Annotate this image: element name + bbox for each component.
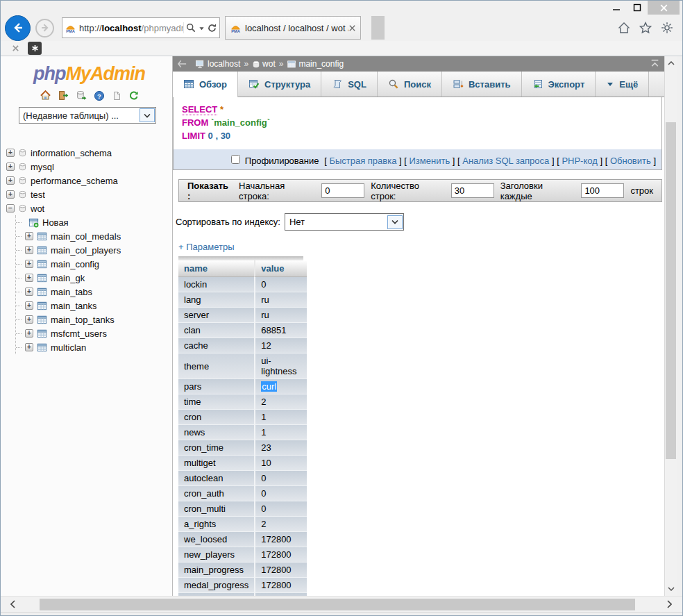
value-cell[interactable]: 23	[254, 440, 307, 456]
expand-icon[interactable]: +	[25, 288, 33, 296]
value-cell[interactable]: curl	[254, 379, 307, 394]
value-cell[interactable]: 1	[254, 410, 307, 425]
expand-icon[interactable]: +	[25, 246, 33, 254]
column-header-value[interactable]: value	[254, 260, 307, 277]
scroll-up-icon[interactable]	[665, 58, 677, 69]
query-link[interactable]: Изменить	[410, 156, 450, 166]
expand-icon[interactable]: +	[25, 301, 33, 310]
settings-gear-icon[interactable]	[660, 21, 674, 35]
vertical-scrollbar-thumb[interactable]	[666, 122, 676, 459]
sidebar-item-main_top_tanks[interactable]: +main_top_tanks	[16, 313, 172, 326]
collapse-panel-icon[interactable]	[650, 58, 660, 69]
expand-icon[interactable]: +	[25, 315, 33, 324]
tab-structure[interactable]: Структура	[238, 72, 321, 97]
value-cell[interactable]: ui-lightness	[254, 353, 307, 379]
value-cell[interactable]: 0	[254, 501, 307, 517]
row-count-input[interactable]	[451, 183, 494, 198]
home-button-icon[interactable]	[617, 21, 631, 35]
extension-button[interactable]	[28, 42, 42, 55]
value-cell[interactable]: 172800	[254, 578, 307, 593]
sidebar-item-new[interactable]: Новая	[16, 215, 172, 229]
value-cell[interactable]: 0	[254, 486, 307, 501]
maximize-button[interactable]	[627, 1, 648, 15]
expand-icon[interactable]: +	[6, 149, 15, 157]
forward-button[interactable]	[35, 19, 54, 38]
docs-icon[interactable]	[111, 90, 122, 101]
sidebar-item-main_config[interactable]: +main_config	[16, 257, 172, 271]
tab-more[interactable]: Ещё	[596, 72, 649, 97]
query-link[interactable]: Обновить	[610, 156, 651, 166]
expand-icon[interactable]: +	[25, 329, 33, 338]
value-cell[interactable]: 172800	[254, 547, 307, 563]
browser-tab[interactable]: PMA localhost / localhost / wot /...	[225, 16, 361, 40]
new-tab-button[interactable]	[371, 16, 385, 40]
sidebar-item-main_tabs[interactable]: +main_tabs	[16, 285, 172, 299]
value-cell[interactable]: ru	[254, 308, 307, 323]
column-header-name[interactable]: name	[178, 260, 254, 277]
sidebar-item-msfcmt_users[interactable]: +msfcmt_users	[16, 326, 172, 340]
profiling-checkbox[interactable]	[231, 155, 240, 164]
pma-home-icon[interactable]	[40, 90, 51, 101]
value-cell[interactable]: 172800	[254, 532, 307, 547]
expand-icon[interactable]: +	[25, 232, 33, 240]
value-cell[interactable]: 0	[254, 277, 307, 292]
sidebar-item-main_col_players[interactable]: +main_col_players	[16, 243, 172, 257]
tab-insert[interactable]: Вставить	[442, 72, 522, 97]
tab-export[interactable]: Экспорт	[522, 72, 596, 97]
scroll-down-icon[interactable]	[665, 583, 677, 594]
headers-every-input[interactable]	[581, 183, 624, 198]
sidebar-item-main_tanks[interactable]: +main_tanks	[16, 299, 172, 313]
sort-index-select[interactable]: Нет	[285, 213, 404, 231]
value-cell[interactable]: 68851	[254, 323, 307, 338]
horizontal-scrollbar-thumb[interactable]	[40, 599, 635, 610]
sort-select-dropdown-button[interactable]	[387, 215, 403, 229]
query-window-icon[interactable]	[76, 90, 87, 101]
sidebar-item-information_schema[interactable]: +information_schema	[6, 146, 172, 160]
query-link[interactable]: PHP-код	[562, 156, 597, 166]
help-icon[interactable]: ?	[94, 90, 105, 101]
vertical-scrollbar[interactable]	[664, 56, 677, 596]
value-cell[interactable]: 172800	[254, 563, 307, 578]
breadcrumb-table-link[interactable]: main_config	[298, 59, 344, 69]
address-dropdown-icon[interactable]	[199, 25, 205, 31]
minimize-button[interactable]	[606, 1, 627, 15]
query-link[interactable]: Анализ SQL запроса	[462, 156, 549, 166]
refresh-icon[interactable]	[207, 23, 217, 33]
address-url[interactable]: http://localhost/phpmyadmin	[79, 23, 183, 33]
sidebar-item-main_gk[interactable]: +main_gk	[16, 271, 172, 285]
expand-icon[interactable]: +	[6, 163, 15, 171]
breadcrumb-server-link[interactable]: localhost	[208, 59, 240, 69]
tab-sql[interactable]: SQL	[321, 72, 378, 97]
logout-icon[interactable]	[58, 90, 69, 101]
breadcrumb-database-link[interactable]: wot	[262, 59, 276, 69]
value-cell[interactable]: ru	[254, 292, 307, 308]
sidebar-item-main_col_medals[interactable]: +main_col_medals	[16, 229, 172, 243]
value-cell[interactable]: 2	[254, 517, 307, 532]
value-cell[interactable]: 10	[254, 456, 307, 471]
expand-icon[interactable]: +	[6, 190, 15, 199]
tab-search[interactable]: Поиск	[378, 72, 442, 97]
expand-icon[interactable]: +	[25, 274, 33, 282]
start-row-input[interactable]	[321, 183, 364, 198]
recent-tables-dropdown-button[interactable]	[140, 108, 155, 122]
value-cell[interactable]: 12	[254, 338, 307, 353]
breadcrumb-back-icon[interactable]	[177, 60, 187, 68]
collapse-icon[interactable]: −	[6, 204, 15, 213]
sidebar-item-mysql[interactable]: +mysql	[6, 160, 172, 174]
recent-tables-select[interactable]: (Недавние таблицы) ...	[19, 107, 156, 124]
back-button[interactable]	[5, 15, 31, 41]
close-window-button[interactable]	[648, 1, 680, 15]
query-link[interactable]: Быстрая правка	[329, 156, 396, 166]
tab-browse[interactable]: Обзор	[173, 72, 238, 97]
expand-icon[interactable]: +	[25, 343, 33, 351]
address-bar[interactable]: PMA http://localhost/phpmyadmin	[62, 17, 220, 38]
sidebar-item-wot[interactable]: −wot	[6, 201, 172, 215]
value-cell[interactable]: 0	[254, 471, 307, 486]
expand-icon[interactable]: +	[6, 176, 15, 185]
scroll-right-icon[interactable]	[663, 598, 675, 610]
horizontal-scrollbar[interactable]	[1, 596, 682, 612]
sidebar-item-performance_schema[interactable]: +performance_schema	[6, 174, 172, 188]
tab-close-icon[interactable]	[348, 24, 356, 32]
reload-navigation-icon[interactable]	[128, 90, 140, 101]
scroll-left-icon[interactable]	[6, 598, 19, 610]
